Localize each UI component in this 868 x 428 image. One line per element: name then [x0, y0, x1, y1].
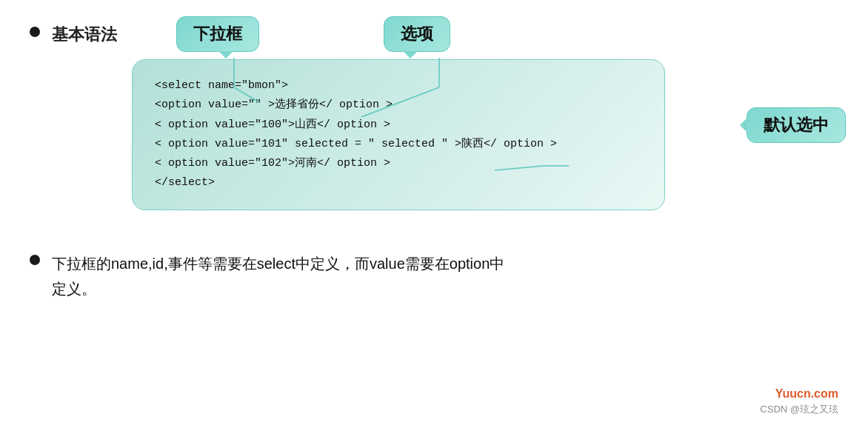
bottom-section: 下拉框的name,id,事件等需要在select中定义，而value需要在opt… [30, 251, 838, 301]
code-line-3: < option value="100">山西</ option > [155, 116, 642, 135]
code-line-5: < option value="102">河南</ option > [155, 154, 642, 173]
top-bullet [30, 27, 40, 37]
bottom-bullet [30, 255, 40, 265]
credit-label: CSDN @玹之又玹 [760, 403, 838, 416]
code-area-wrapper: 下拉框 选项 <select name="bmon"> <option valu… [132, 22, 838, 210]
code-box: <select name="bmon"> <option value="" >选… [132, 59, 665, 210]
tooltip-option: 选项 [384, 16, 450, 52]
tooltip-dropdown: 下拉框 [176, 16, 259, 52]
bottom-description: 下拉框的name,id,事件等需要在select中定义，而value需要在opt… [52, 251, 504, 301]
footer: Yuucn.com CSDN @玹之又玹 [760, 387, 838, 416]
code-line-4: < option value="101" selected = " select… [155, 135, 642, 154]
bottom-line-2: 定义。 [52, 276, 504, 301]
code-line-6: </select> [155, 173, 642, 193]
bottom-line-1: 下拉框的name,id,事件等需要在select中定义，而value需要在opt… [52, 251, 504, 276]
tooltip-default-selected: 默认选中 [747, 107, 846, 143]
page-container: 基本语法 下拉框 选项 <select name="bmon"> <option… [0, 0, 868, 428]
code-line-1: <select name="bmon"> [155, 76, 642, 96]
top-section: 基本语法 下拉框 选项 <select name="bmon"> <option… [30, 22, 838, 210]
code-line-2: <option value="" >选择省份</ option > [155, 96, 642, 115]
brand-label: Yuucn.com [760, 387, 838, 401]
basic-syntax-label: 基本语法 [52, 24, 117, 46]
